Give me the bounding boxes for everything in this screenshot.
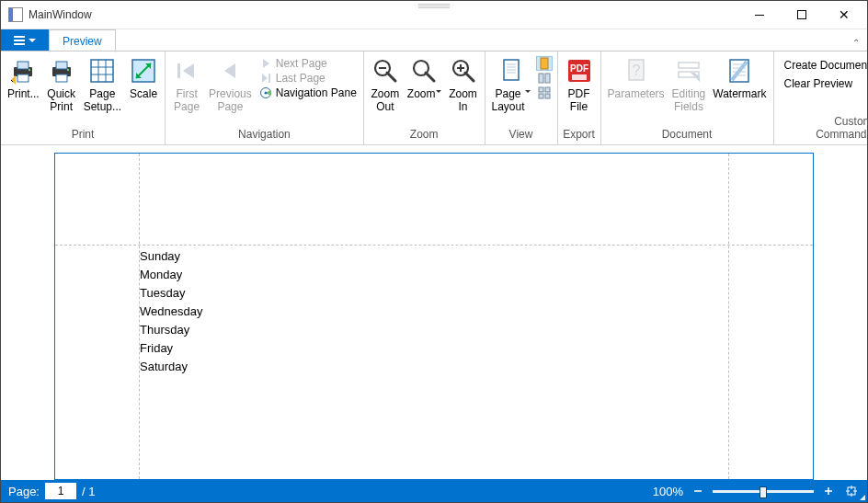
close-icon: ✕ (839, 7, 850, 22)
pdf-icon: PDF (565, 56, 594, 86)
radar-icon (259, 86, 272, 99)
margin-guide-right (728, 154, 729, 479)
page-total: / 1 (82, 485, 95, 498)
maximize-button[interactable] (781, 2, 823, 29)
page-label: Page: (8, 485, 40, 498)
zoom-in-icon (449, 56, 478, 86)
group-label-navigation: Navigation (168, 126, 360, 144)
page-grid-icon (87, 56, 117, 86)
printer-dialog-icon (8, 56, 38, 86)
watermark-button[interactable]: Watermark (709, 54, 770, 126)
app-icon (8, 7, 23, 22)
close-button[interactable]: ✕ (823, 2, 865, 29)
margin-guide-top (55, 245, 813, 246)
chevron-down-icon (436, 90, 441, 93)
svg-rect-6 (56, 62, 67, 69)
svg-rect-40 (541, 58, 548, 69)
last-page-button: Last Page (257, 71, 359, 86)
scale-button[interactable]: Scale (125, 54, 162, 126)
svg-point-25 (264, 92, 267, 95)
document-content: SundayMondayTuesdayWednesdayThursdayFrid… (140, 247, 202, 376)
prev-page-icon (215, 56, 245, 86)
zoom-slider[interactable] (713, 490, 814, 493)
view-single-button[interactable] (536, 56, 553, 71)
view-facing-button[interactable] (536, 71, 553, 86)
svg-rect-18 (177, 63, 180, 78)
doc-line: Monday (140, 266, 202, 284)
status-bar: Page: / 1 100% (1, 480, 867, 502)
minimize-icon (755, 15, 764, 16)
group-label-export: Export (561, 126, 598, 144)
clear-preview-button[interactable]: Clear Preview (779, 74, 869, 93)
zoom-in-status-button[interactable] (819, 482, 838, 500)
page-single-icon (538, 57, 551, 70)
svg-text:PDF: PDF (570, 63, 588, 74)
group-custom: Create Document Clear Preview Custom Com… (774, 51, 869, 144)
zoom-label: Zoom (407, 87, 441, 126)
scale-icon (129, 56, 158, 86)
page-facing-icon (538, 72, 551, 85)
zoom-out-status-button[interactable] (689, 482, 707, 500)
svg-rect-52 (679, 63, 699, 68)
pdf-file-label: PDF File (568, 87, 590, 126)
editing-fields-label: Editing Fields (672, 87, 706, 126)
prev-page-label: Previous Page (209, 87, 252, 126)
group-view: Page Layout View (485, 51, 558, 144)
svg-marker-20 (224, 63, 235, 78)
collapse-ribbon-button[interactable]: ⌃ (852, 38, 860, 48)
resize-grip[interactable] (860, 495, 865, 500)
view-continuous-button[interactable] (536, 86, 553, 100)
svg-rect-7 (56, 74, 67, 82)
chevron-down-icon (525, 90, 531, 93)
svg-rect-42 (545, 74, 550, 83)
svg-rect-49 (572, 74, 587, 80)
last-page-icon (259, 72, 272, 85)
svg-line-27 (387, 73, 395, 81)
watermark-icon (725, 56, 754, 86)
page-layout-icon (497, 56, 526, 86)
group-export: PDF PDF File Export (558, 51, 601, 144)
tab-preview[interactable]: Preview (49, 29, 116, 52)
zoom-button[interactable]: Zoom (404, 54, 445, 126)
page-setup-button[interactable]: Page Setup... (80, 54, 125, 126)
page-preview: SundayMondayTuesdayWednesdayThursdayFrid… (54, 153, 814, 480)
doc-line: Saturday (140, 358, 202, 376)
doc-line: Friday (140, 339, 202, 358)
file-tab[interactable] (1, 29, 49, 51)
nav-pane-button[interactable]: Navigation Pane (257, 86, 359, 100)
group-zoom: Zoom Out Zoom Zoom In Zoom (364, 51, 485, 144)
page-input[interactable] (45, 483, 76, 499)
editing-fields-button: Editing Fields (668, 54, 710, 126)
minimize-button[interactable] (738, 2, 781, 29)
print-label: Print... (7, 87, 40, 126)
document-viewport[interactable]: SundayMondayTuesdayWednesdayThursdayFrid… (1, 145, 867, 480)
svg-marker-22 (262, 74, 268, 83)
svg-line-32 (465, 73, 474, 81)
zoom-out-label: Zoom Out (371, 87, 399, 126)
page-layout-button[interactable]: Page Layout (488, 54, 534, 126)
zoom-percent: 100% (653, 485, 683, 498)
svg-point-3 (29, 69, 30, 71)
zoom-thumb[interactable] (760, 486, 767, 498)
page-continuous-icon (538, 86, 551, 99)
quick-print-button[interactable]: Quick Print (43, 54, 80, 126)
svg-rect-1 (17, 62, 29, 69)
quick-print-label: Quick Print (47, 87, 75, 126)
create-document-button[interactable]: Create Document (779, 56, 869, 74)
fit-page-button[interactable] (843, 483, 860, 499)
zoom-in-label: Zoom In (449, 87, 477, 126)
window-title: MainWindow (29, 8, 92, 21)
svg-rect-9 (91, 60, 113, 82)
svg-rect-23 (268, 74, 270, 83)
doc-line: Tuesday (140, 284, 202, 303)
svg-rect-45 (539, 94, 543, 98)
group-label-print: Print (4, 126, 162, 144)
zoom-in-button[interactable]: Zoom In (445, 54, 482, 126)
svg-rect-44 (545, 87, 550, 92)
pdf-file-button[interactable]: PDF PDF File (561, 54, 598, 126)
print-button[interactable]: Print... (4, 54, 43, 126)
doc-line: Sunday (140, 247, 202, 266)
page-setup-label: Page Setup... (84, 87, 121, 126)
zoom-out-button[interactable]: Zoom Out (367, 54, 404, 126)
parameters-icon: ? (622, 56, 651, 86)
